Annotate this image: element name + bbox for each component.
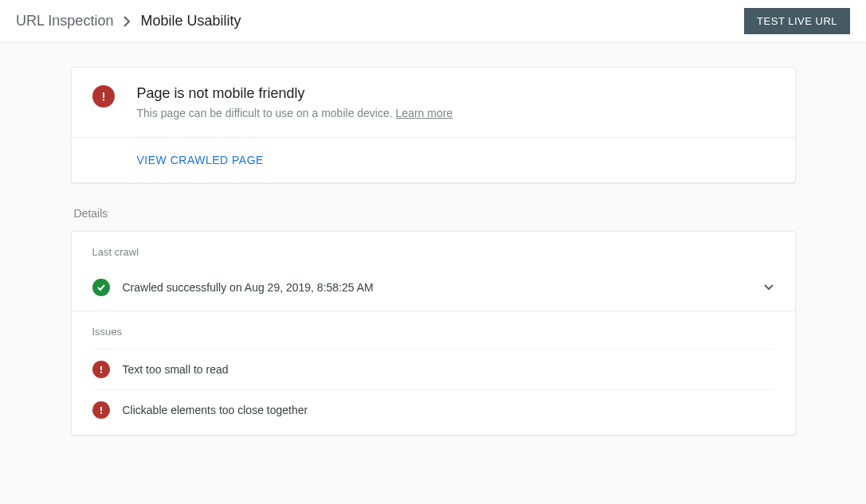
error-icon [92,361,110,378]
error-icon [92,85,115,107]
status-title: Page is not mobile friendly [137,85,453,102]
test-live-url-button[interactable]: TEST LIVE URL [744,8,850,34]
issue-item[interactable]: Clickable elements too close together [92,389,774,430]
status-card: Page is not mobile friendly This page ca… [71,67,796,183]
breadcrumb-parent[interactable]: URL Inspection [16,13,113,29]
svg-rect-5 [100,412,102,414]
svg-rect-1 [103,100,104,101]
svg-rect-3 [100,372,102,373]
learn-more-link[interactable]: Learn more [396,107,453,119]
main-content: Page is not mobile friendly This page ca… [71,43,796,436]
status-subtitle: This page can be difficult to use on a m… [137,107,453,119]
crawl-status-row[interactable]: Crawled successfully on Aug 29, 2019, 8:… [92,269,774,306]
details-label: Details [74,207,796,220]
last-crawl-heading: Last crawl [92,246,774,258]
checkmark-icon [92,279,110,296]
issue-item[interactable]: Text too small to read [92,349,774,389]
issues-section: Issues Text too small to read Clickable … [72,311,795,435]
issues-heading: Issues [92,326,774,338]
svg-rect-2 [100,366,102,370]
status-row: Page is not mobile friendly This page ca… [72,68,795,137]
status-subtitle-text: This page can be difficult to use on a m… [137,107,396,119]
status-text: Page is not mobile friendly This page ca… [137,85,453,119]
breadcrumb: URL Inspection Mobile Usability [16,13,241,29]
page-header: URL Inspection Mobile Usability TEST LIV… [0,0,866,43]
view-crawled-page-button[interactable]: VIEW CRAWLED PAGE [72,138,795,182]
error-icon [92,401,110,419]
details-card: Last crawl Crawled successfully on Aug 2… [71,231,796,436]
issue-text: Text too small to read [123,363,229,376]
issue-text: Clickable elements too close together [123,404,308,416]
breadcrumb-current: Mobile Usability [140,13,241,29]
chevron-down-icon[interactable] [763,283,774,291]
chevron-right-icon [123,16,131,27]
svg-rect-4 [100,407,102,411]
last-crawl-section: Last crawl Crawled successfully on Aug 2… [72,232,795,311]
svg-rect-0 [103,92,104,98]
crawl-status-text: Crawled successfully on Aug 29, 2019, 8:… [123,281,750,294]
